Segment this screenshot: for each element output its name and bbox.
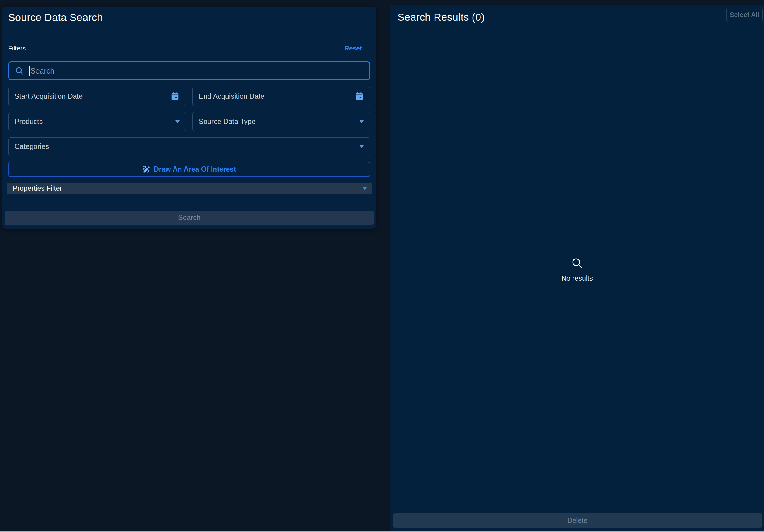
delete-button[interactable]: Delete — [393, 513, 762, 528]
end-date-label: End Acquisition Date — [199, 92, 265, 100]
filters-header: Filters Reset — [8, 45, 370, 53]
date-fields-row: Start Acquisition Date End Acquisition D… — [8, 87, 370, 106]
page-title: Source Data Search — [8, 12, 103, 23]
products-dropdown[interactable]: Products — [8, 112, 186, 131]
start-date-label: Start Acquisition Date — [15, 92, 83, 100]
categories-dropdown[interactable]: Categories — [8, 137, 370, 156]
select-fields-row: Products Source Data Type — [8, 112, 370, 131]
chevron-down-icon — [359, 145, 364, 148]
draw-pen-icon — [142, 165, 151, 173]
search-input[interactable] — [30, 67, 364, 75]
results-title-text: Search Results — [398, 11, 469, 23]
source-data-type-dropdown[interactable]: Source Data Type — [192, 112, 370, 131]
empty-state: No results — [390, 257, 764, 282]
search-results-panel: Search Results (0) Select All No results… — [390, 5, 764, 532]
draw-area-label: Draw An Area Of Interest — [154, 165, 236, 173]
search-button[interactable]: Search — [5, 211, 374, 225]
chevron-down-icon — [359, 120, 364, 123]
search-icon — [571, 257, 584, 269]
end-acquisition-date-field[interactable]: End Acquisition Date — [192, 87, 370, 106]
source-data-search-panel: Source Data Search Filters Reset Start A… — [2, 7, 376, 229]
search-icon — [15, 66, 24, 76]
chevron-down-icon — [363, 187, 366, 190]
categories-label: Categories — [15, 142, 49, 151]
start-acquisition-date-field[interactable]: Start Acquisition Date — [8, 87, 186, 106]
text-cursor — [29, 66, 30, 76]
source-data-type-label: Source Data Type — [199, 117, 256, 126]
products-label: Products — [15, 117, 43, 126]
results-title: Search Results (0) — [398, 11, 485, 23]
calendar-icon[interactable] — [170, 92, 180, 101]
reset-filters-link[interactable]: Reset — [345, 45, 362, 52]
calendar-icon[interactable] — [355, 92, 364, 101]
horizontal-scrollbar[interactable] — [0, 531, 764, 532]
no-results-text: No results — [561, 274, 593, 282]
results-count: (0) — [472, 11, 485, 23]
search-input-wrapper[interactable] — [8, 61, 370, 80]
select-all-button[interactable]: Select All — [726, 8, 763, 22]
draw-area-of-interest-button[interactable]: Draw An Area Of Interest — [8, 162, 370, 177]
properties-filter-label: Properties Filter — [13, 184, 62, 193]
properties-filter-expander[interactable]: Properties Filter — [7, 183, 372, 194]
chevron-down-icon — [175, 120, 180, 123]
filters-label: Filters — [8, 45, 26, 52]
